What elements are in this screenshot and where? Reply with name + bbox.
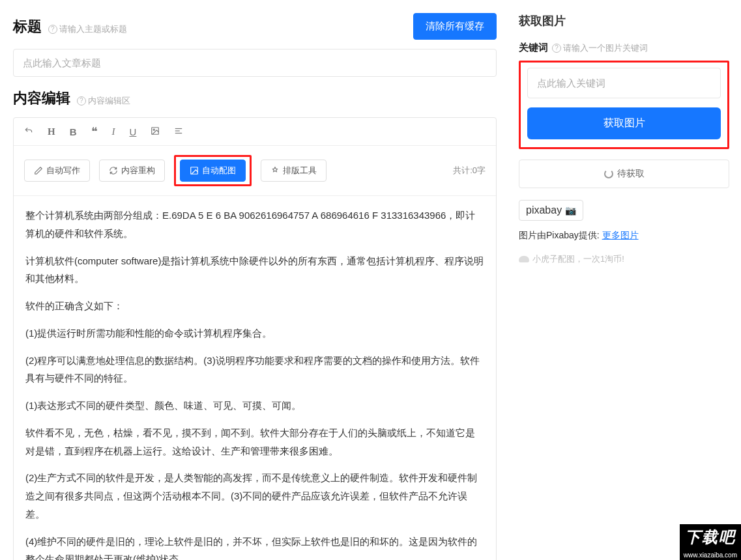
image-credit: 图片由Pixabay提供: 更多图片 <box>519 230 729 242</box>
italic-button[interactable]: I <box>112 126 115 137</box>
word-count: 共计:0字 <box>453 165 486 176</box>
sidebar-title: 获取图片 <box>519 13 729 29</box>
content-hint: ? 内容编辑区 <box>77 95 130 107</box>
underline-button[interactable]: U <box>130 126 137 137</box>
info-icon: ? <box>77 96 86 105</box>
content-paragraph: 软件的正确含义如下： <box>25 297 484 315</box>
restructure-button[interactable]: 内容重构 <box>99 160 165 182</box>
title-label-group: 标题 ? 请输入主题或标题 <box>13 17 127 36</box>
content-paragraph: 整个计算机系统由两部分组成：E.69DA 5 E 6 BA 9062616964… <box>25 206 484 243</box>
editor-box: H B ❝ I U 自动写作 内容重构 <box>13 117 497 560</box>
image-button[interactable] <box>151 126 160 137</box>
sidebar-tip: 小虎子配图，一次1淘币! <box>519 253 729 265</box>
content-label-group: 内容编辑 ? 内容编辑区 <box>13 89 130 108</box>
main-panel: 标题 ? 请输入主题或标题 清除所有缓存 内容编辑 ? 内容编辑区 <box>0 0 510 560</box>
title-section-header: 标题 ? 请输入主题或标题 清除所有缓存 <box>13 13 497 40</box>
format-toolbar: H B ❝ I U <box>14 118 496 146</box>
action-toolbar: 自动写作 内容重构 自动配图 排版工具 共计:0字 <box>14 146 496 196</box>
info-icon: ? <box>552 44 561 53</box>
clear-cache-button[interactable]: 清除所有缓存 <box>413 13 497 40</box>
undo-icon[interactable] <box>24 126 33 137</box>
fetch-image-button[interactable]: 获取图片 <box>527 107 721 139</box>
info-icon: ? <box>48 25 57 34</box>
content-paragraph: 计算机软件(computer software)是指计算机系统中除硬件以外的所有… <box>25 252 484 288</box>
bold-button[interactable]: B <box>70 126 77 137</box>
content-section-header: 内容编辑 ? 内容编辑区 <box>13 89 497 108</box>
watermark: 下载吧 www.xiazaiba.com <box>680 524 741 560</box>
quote-button[interactable]: ❝ <box>91 124 98 139</box>
keyword-input[interactable] <box>527 68 721 98</box>
keyword-panel-highlight: 获取图片 <box>519 61 729 149</box>
watermark-text: 下载吧 <box>680 524 741 550</box>
cloud-icon <box>519 256 529 262</box>
keyword-label-group: 关键词 ? 请输入一个图片关键词 <box>519 42 729 54</box>
camera-icon: 📷 <box>565 205 576 216</box>
title-hint: ? 请输入主题或标题 <box>48 23 127 35</box>
svg-point-1 <box>153 129 154 130</box>
layout-tool-button[interactable]: 排版工具 <box>261 160 327 182</box>
content-paragraph: (2)程序可以满意地处理信息的数据结构。(3)说明程序功能要求和程序需要的文档的… <box>25 352 484 388</box>
content-paragraph: (2)生产方式不同的软件是开发，是人类智能的高发挥，而不是传统意义上的硬件制造。… <box>25 469 484 523</box>
auto-image-highlight: 自动配图 <box>174 155 252 186</box>
content-label: 内容编辑 <box>13 90 70 106</box>
content-editor[interactable]: 整个计算机系统由两部分组成：E.69DA 5 E 6 BA 9062616964… <box>14 196 496 560</box>
content-paragraph: (1)提供运行时所需功能和性能的命令或计算机程序集合。 <box>25 324 484 343</box>
loading-icon <box>604 169 613 178</box>
content-paragraph: 软件看不见，无色，枯燥，看不见，摸不到，闻不到。软件大部分存在于人们的头脑或纸上… <box>25 424 484 460</box>
pixabay-badge: pixabay 📷 <box>519 200 583 221</box>
auto-image-button[interactable]: 自动配图 <box>180 160 246 182</box>
more-images-link[interactable]: 更多图片 <box>602 230 639 240</box>
heading-button[interactable]: H <box>48 126 55 137</box>
content-paragraph: (4)维护不同的硬件是旧的，理论上软件是旧的，并不坏，但实际上软件也是旧的和坏的… <box>25 533 484 561</box>
sidebar-panel: 获取图片 关键词 ? 请输入一个图片关键词 获取图片 待获取 pixabay 📷… <box>510 0 741 560</box>
content-paragraph: (1)表达形式不同的硬件类型、颜色、味道、可见、可摸、可闻。 <box>25 397 484 415</box>
align-button[interactable] <box>174 126 183 137</box>
title-label: 标题 <box>13 18 42 35</box>
watermark-url: www.xiazaiba.com <box>680 550 741 560</box>
keyword-label: 关键词 <box>519 42 548 54</box>
article-title-input[interactable] <box>13 49 497 77</box>
keyword-hint: ? 请输入一个图片关键词 <box>552 42 648 54</box>
pending-status[interactable]: 待获取 <box>519 160 729 188</box>
auto-write-button[interactable]: 自动写作 <box>24 160 90 182</box>
